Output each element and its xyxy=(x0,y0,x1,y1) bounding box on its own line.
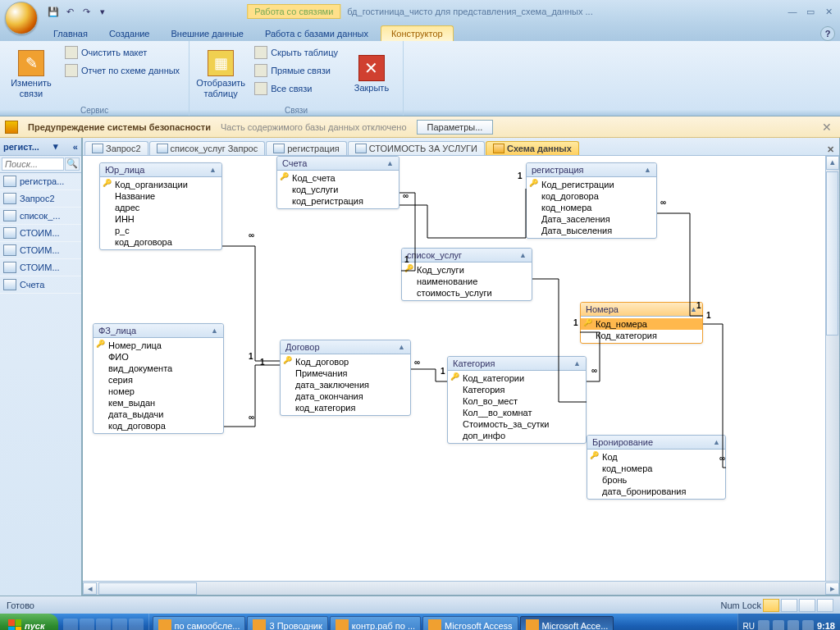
media-icon[interactable] xyxy=(112,619,127,630)
ribbon-tab-dbtools[interactable]: Работа с базами данных xyxy=(254,25,379,41)
field[interactable]: дата_бронирования xyxy=(587,486,725,497)
table-header[interactable]: регистрация▲ xyxy=(527,163,656,177)
direct-relations-button[interactable]: Прямые связи xyxy=(250,62,342,80)
clear-layout-button[interactable]: Очистить макет xyxy=(61,43,184,62)
taskbar-app-button[interactable]: 3 Проводник xyxy=(247,616,327,630)
field[interactable]: Код_услуги xyxy=(402,264,532,276)
horizontal-scrollbar[interactable]: ◂ ▸ xyxy=(83,581,839,595)
table-kategoria[interactable]: Категория▲Код_категорииКатегорияКол_во_м… xyxy=(447,356,587,444)
show-table-button[interactable]: ▦ Отобразить таблицу xyxy=(194,43,247,105)
doc-tab[interactable]: СТОИМОСТЬ ЗА УСЛУГИ xyxy=(348,141,485,155)
field[interactable]: стоимость_услуги xyxy=(402,287,532,299)
close-tab-button[interactable]: ✕ xyxy=(822,144,839,155)
table-bron[interactable]: Бронирование▲Кодкод_номераброньдата_брон… xyxy=(587,435,726,500)
field[interactable]: Примечания xyxy=(281,368,410,379)
table-header[interactable]: Юр_лица▲ xyxy=(100,163,221,177)
hide-table-button[interactable]: Скрыть таблицу xyxy=(250,43,342,62)
chevron-down-icon[interactable]: ▾ xyxy=(53,141,58,152)
nav-header[interactable]: регист... ▾ « xyxy=(0,138,81,156)
table-header[interactable]: Номера▲ xyxy=(581,303,702,317)
field[interactable]: Кол__во_комнат xyxy=(448,407,586,418)
field[interactable]: код_категория xyxy=(281,402,410,413)
field[interactable]: Код_договор xyxy=(281,356,410,368)
field[interactable]: кем_выдан xyxy=(94,397,223,409)
redo-icon[interactable]: ↷ xyxy=(79,4,94,19)
field[interactable]: Код xyxy=(587,451,725,463)
office-button[interactable] xyxy=(5,2,38,34)
vertical-scrollbar[interactable]: ▴ xyxy=(825,156,839,581)
field[interactable]: Дата_заселения xyxy=(527,213,656,225)
tray-icon[interactable] xyxy=(758,620,769,630)
field[interactable]: Дата_выселения xyxy=(527,225,656,236)
start-button[interactable]: пуск xyxy=(0,614,58,630)
table-dogovor[interactable]: Договор▲Код_договорПримечаниядата_заключ… xyxy=(280,340,411,416)
field[interactable]: код_номера xyxy=(527,202,656,213)
doc-tab[interactable]: регистрация xyxy=(266,141,347,155)
close-design-button[interactable]: ✕ Закрыть xyxy=(345,43,398,105)
edit-relations-button[interactable]: ✎ Изменить связи xyxy=(5,43,57,105)
nav-object[interactable]: СТОИМ... xyxy=(0,242,81,259)
doc-tab[interactable]: Схема данных xyxy=(486,141,579,155)
field[interactable]: Номер_лица xyxy=(94,340,223,351)
help-button[interactable]: ? xyxy=(820,26,835,41)
field[interactable]: ИНН xyxy=(100,213,221,225)
scroll-thumb[interactable] xyxy=(826,171,838,336)
table-header[interactable]: Счета▲ xyxy=(277,157,399,171)
field[interactable]: код_услуги xyxy=(277,184,399,195)
field[interactable]: вид_документа xyxy=(94,363,223,374)
field[interactable]: Код_категории xyxy=(448,372,586,384)
scroll-up-icon[interactable]: ▴ xyxy=(826,156,839,170)
field[interactable]: номер xyxy=(94,386,223,397)
view-sql-button[interactable] xyxy=(799,599,815,612)
tray-icon[interactable] xyxy=(773,620,784,630)
field[interactable]: Стоимость_за_сутки xyxy=(448,418,586,430)
field[interactable]: Название xyxy=(100,190,221,202)
ribbon-tab-home[interactable]: Главная xyxy=(43,25,98,41)
view-design-button[interactable] xyxy=(763,599,779,612)
ribbon-tab-design[interactable]: Конструктор xyxy=(381,25,454,41)
table-header[interactable]: список_услуг▲ xyxy=(402,249,532,262)
table-nomera[interactable]: Номера▲Код_номераКод_категория xyxy=(580,302,703,344)
field[interactable]: адрес xyxy=(100,202,221,213)
save-icon[interactable]: 💾 xyxy=(46,4,61,19)
field[interactable]: код_договора xyxy=(94,420,223,431)
table-header[interactable]: ФЗ_лица▲ xyxy=(94,324,223,338)
volume-icon[interactable] xyxy=(788,620,799,630)
field[interactable]: Кол_во_мест xyxy=(448,395,586,407)
taskbar-app-button[interactable]: Microsoft Access xyxy=(422,616,518,630)
nav-search-input[interactable] xyxy=(2,158,64,171)
relation-report-button[interactable]: Отчет по схеме данных xyxy=(61,62,184,80)
close-button[interactable]: ✕ xyxy=(820,4,837,19)
table-header[interactable]: Бронирование▲ xyxy=(587,436,725,450)
ribbon-tab-create[interactable]: Создание xyxy=(98,25,161,41)
field[interactable]: код_договора xyxy=(527,190,656,202)
field[interactable]: дата_окончания xyxy=(281,390,410,402)
clock[interactable]: 9:18 xyxy=(817,621,835,630)
field[interactable]: Код_счета xyxy=(277,172,399,184)
security-close-button[interactable]: ✕ xyxy=(819,121,835,134)
table-yur[interactable]: Юр_лица▲Код_организацииНазваниеадресИННр… xyxy=(99,162,222,250)
field[interactable]: ФИО xyxy=(94,351,223,363)
scroll-thumb[interactable] xyxy=(98,582,197,595)
field[interactable]: Код_регистрации xyxy=(527,179,656,190)
field[interactable]: Код_номера xyxy=(581,318,702,330)
field[interactable]: наименование xyxy=(402,276,532,287)
scroll-right-icon[interactable]: ▸ xyxy=(825,582,839,595)
table-spisok[interactable]: список_услуг▲Код_услугинаименованиестоим… xyxy=(401,248,532,301)
field[interactable]: код_договора xyxy=(100,236,221,248)
field[interactable]: дата_выдачи xyxy=(94,409,223,420)
firefox-icon[interactable] xyxy=(96,619,111,630)
table-scheta[interactable]: Счета▲Код_счетакод_услугикод_регистрация xyxy=(276,156,399,209)
field[interactable]: Код_организации xyxy=(100,179,221,190)
field[interactable]: бронь xyxy=(587,474,725,486)
app-icon[interactable] xyxy=(129,619,144,630)
field[interactable]: Категория xyxy=(448,384,586,395)
security-options-button[interactable]: Параметры... xyxy=(417,120,494,135)
field[interactable]: доп_инфо xyxy=(448,430,586,441)
network-icon[interactable] xyxy=(802,620,814,630)
table-reg[interactable]: регистрация▲Код_регистрациикод_договорак… xyxy=(526,162,657,239)
nav-object[interactable]: регистра... xyxy=(0,173,81,190)
field[interactable]: серия xyxy=(94,374,223,386)
ie-icon[interactable] xyxy=(63,619,78,630)
field[interactable]: дата_заключения xyxy=(281,379,410,390)
